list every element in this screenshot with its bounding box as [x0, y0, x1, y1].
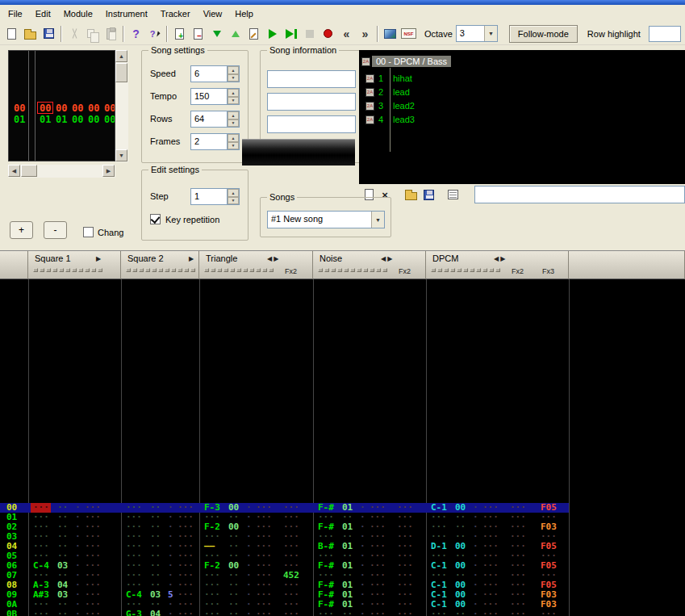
frame-editor[interactable]: 000000000000010101000000 — [8, 50, 115, 161]
context-help-button[interactable]: ? — [145, 25, 164, 43]
song-select-dropdown-icon[interactable]: ▼ — [371, 212, 384, 228]
menu-module[interactable]: Module — [57, 6, 99, 21]
song-info-field-1[interactable] — [267, 70, 356, 88]
cell-0B-ch0-n[interactable]: ··· — [33, 610, 49, 616]
channel-fx-arrows-icon[interactable]: ◀▶ — [381, 255, 394, 262]
cell-0B-ch3-i[interactable]: ·· — [342, 610, 353, 616]
menu-instrument[interactable]: Instrument — [99, 6, 154, 21]
channel-header-square-1[interactable]: Square 1▶ — [28, 251, 121, 279]
frame-pattern-index[interactable]: 00 — [72, 103, 83, 114]
row-highlight-spin[interactable] — [649, 26, 681, 42]
save-instrument-button[interactable] — [421, 187, 436, 202]
cell-0B-ch4-i[interactable]: ·· — [455, 610, 466, 616]
cell-0B-ch1-i[interactable]: 04 — [150, 610, 161, 616]
frame-pattern-index[interactable]: 00 — [88, 103, 99, 114]
song-info-field-2[interactable] — [267, 93, 356, 111]
instrument-list[interactable]: 2A00 - DPCM / Bass2A1hihat2A2lead2A3lead… — [359, 50, 685, 184]
instrument-item-lead2[interactable]: lead2 — [393, 101, 415, 111]
cut-button[interactable] — [65, 25, 83, 43]
frame-row-00[interactable]: 000000000000 — [9, 103, 115, 114]
channel-header-square-2[interactable]: Square 2▶ — [121, 251, 199, 279]
frames-spinner[interactable]: 2▲▼ — [190, 133, 240, 150]
cell-0B-ch3-f1[interactable]: ··· — [370, 610, 386, 616]
cell-0B-ch1-f1[interactable]: ··· — [178, 610, 194, 616]
step-spinner-up-icon[interactable]: ▲ — [228, 189, 239, 197]
channel-header-dpcm[interactable]: DPCM◀▶Fx2Fx3 — [426, 251, 569, 279]
rows-spinner-down-icon[interactable]: ▼ — [228, 119, 239, 128]
scroll-right-icon[interactable]: ▶ — [102, 165, 115, 177]
follow-mode-button[interactable]: Follow-mode — [509, 25, 578, 43]
channel-fx-arrows-icon[interactable]: ◀▶ — [494, 255, 507, 262]
rows-spinner-value[interactable]: 64 — [191, 111, 227, 127]
tempo-spinner[interactable]: 150▲▼ — [190, 88, 240, 105]
frames-spinner-value[interactable]: 2 — [191, 134, 227, 149]
play-button[interactable] — [263, 25, 282, 43]
step-spinner-value[interactable]: 1 — [191, 189, 227, 204]
instrument-item-lead3[interactable]: lead3 — [393, 115, 415, 124]
cell-0B-ch3-v[interactable]: · — [360, 610, 365, 616]
octave-select[interactable]: 3 ▼ — [456, 25, 498, 42]
cell-0B-ch4-f1[interactable]: ··· — [482, 610, 499, 616]
cell-0B-ch0-i[interactable]: ·· — [57, 610, 68, 616]
paste-button[interactable] — [102, 25, 120, 43]
frame-pattern-index[interactable]: 00 — [88, 114, 99, 125]
play-pattern-button[interactable] — [282, 25, 300, 43]
edit-instrument-button[interactable] — [244, 25, 263, 43]
vscroll-thumb[interactable] — [115, 63, 127, 82]
cell-0B-ch2-i[interactable]: ·· — [228, 610, 239, 616]
frame-pattern-index[interactable]: 00 — [104, 103, 115, 114]
tempo-spinner-up-icon[interactable]: ▲ — [228, 89, 239, 97]
prev-frame-button[interactable]: « — [337, 25, 356, 43]
menu-tracker[interactable]: Tracker — [154, 6, 197, 21]
cell-0B-ch4-n[interactable]: ··· — [431, 610, 447, 616]
scroll-up-icon[interactable]: ▲ — [115, 50, 127, 62]
tempo-spinner-down-icon[interactable]: ▼ — [228, 97, 239, 105]
channel-header-triangle[interactable]: Triangle◀▶Fx2 — [199, 251, 313, 279]
cell-0B-ch0-f1[interactable]: ··· — [85, 610, 101, 616]
cell-0B-ch3-n[interactable]: ··· — [318, 610, 334, 616]
remove-instrument-button[interactable] — [189, 25, 207, 43]
cell-0B-ch4-f2[interactable]: ··· — [510, 610, 526, 616]
cell-0B-ch2-f2[interactable]: ··· — [283, 610, 299, 616]
rows-spinner-up-icon[interactable]: ▲ — [228, 111, 239, 119]
pattern-editor[interactable]: Square 1▶Square 2▶Triangle◀▶Fx2Noise◀▶Fx… — [0, 250, 685, 616]
cell-0B-ch0-v[interactable]: · — [75, 610, 81, 616]
copy-button[interactable] — [83, 25, 102, 43]
frame-pattern-index[interactable]: 00 — [40, 103, 51, 114]
next-frame-button[interactable]: » — [356, 25, 374, 43]
scroll-down-icon[interactable]: ▼ — [115, 149, 127, 161]
nsf-export-button[interactable]: NSF — [399, 25, 418, 43]
frame-add-button[interactable]: + — [10, 221, 33, 239]
cell-0B-ch4-v[interactable]: · — [473, 610, 478, 616]
save-file-button[interactable] — [40, 25, 58, 43]
change-all-checkbox[interactable] — [83, 227, 94, 237]
cell-0B-ch4-f3[interactable]: ··· — [541, 610, 557, 616]
stop-button[interactable] — [300, 25, 319, 43]
cell-0B-ch2-v[interactable]: · — [246, 610, 252, 616]
add-instrument-button[interactable] — [170, 25, 189, 43]
open-file-button[interactable] — [21, 25, 40, 43]
hscroll-thumb[interactable] — [21, 165, 37, 177]
speed-spinner[interactable]: 6▲▼ — [190, 65, 240, 82]
instrument-name-input[interactable] — [474, 186, 685, 203]
instrument-item-hihat[interactable]: hihat — [393, 73, 412, 83]
speed-spinner-up-icon[interactable]: ▲ — [228, 66, 239, 74]
frame-pattern-index[interactable]: 00 — [72, 114, 83, 125]
export-wav-button[interactable] — [381, 25, 399, 43]
frame-row-01[interactable]: 010101000000 — [9, 114, 115, 125]
menu-help[interactable]: Help — [228, 6, 260, 21]
channel-fx-arrows-icon[interactable]: ▶ — [189, 255, 195, 262]
frame-vscrollbar[interactable]: ▲ ▼ — [115, 50, 128, 162]
channel-header-noise[interactable]: Noise◀▶Fx2 — [313, 251, 426, 279]
speed-spinner-value[interactable]: 6 — [191, 66, 227, 82]
instrument-properties-button[interactable] — [445, 187, 460, 202]
menu-edit[interactable]: Edit — [29, 6, 57, 21]
step-spinner[interactable]: 1▲▼ — [190, 188, 240, 205]
cell-0B-ch3-f2[interactable]: ··· — [397, 610, 413, 616]
tempo-spinner-value[interactable]: 150 — [191, 89, 227, 104]
frame-hscrollbar[interactable]: ◀ ▶ — [8, 165, 115, 178]
instrument-item-lead[interactable]: lead — [393, 87, 410, 97]
song-info-field-3[interactable] — [267, 115, 356, 133]
cell-0B-ch1-v[interactable]: · — [168, 610, 173, 616]
help-button[interactable]: ? — [127, 25, 145, 43]
